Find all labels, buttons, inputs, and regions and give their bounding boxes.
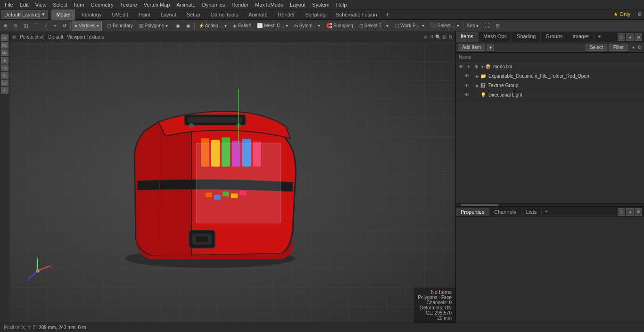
tab-mesh-ops[interactable]: Mesh Ops xyxy=(479,32,512,42)
snapping-btn[interactable]: 🧲 Snapping xyxy=(323,21,356,31)
tab-game-tools[interactable]: Game Tools xyxy=(206,9,244,20)
expand-texture-group[interactable]: ▶ xyxy=(476,83,480,88)
prop-collapse-btn[interactable]: ◂ xyxy=(626,208,634,216)
sidebar-tool-7[interactable]: F xyxy=(1,87,8,94)
nav-icon-2[interactable]: ↺ xyxy=(429,34,433,40)
eye2-modo-lxo[interactable]: + xyxy=(465,64,472,70)
snap-select-tool[interactable]: ⌂ xyxy=(42,21,50,31)
tab-scripting[interactable]: Scripting xyxy=(301,9,331,20)
box-select-tool[interactable]: ◫ xyxy=(21,21,31,31)
add-panel-tab-btn[interactable]: + xyxy=(595,32,604,42)
sidebar-tool-1[interactable]: Du xyxy=(1,42,8,49)
collapse-panel-btn[interactable]: ◂ xyxy=(632,44,635,50)
star-only-button[interactable]: ★ Only xyxy=(610,10,634,18)
menu-select[interactable]: Select xyxy=(50,1,70,8)
expand-folder[interactable]: ▶ xyxy=(476,74,480,79)
tab-images[interactable]: Images xyxy=(568,32,595,42)
sidebar-tool-6[interactable]: UV xyxy=(1,80,8,86)
expand-dir-light[interactable]: ▶ xyxy=(476,93,480,97)
eye-modo-lxo[interactable]: 👁 xyxy=(458,64,464,70)
eye3-modo-lxo[interactable]: ⊕ xyxy=(473,64,479,70)
viewport-menu-btn[interactable] xyxy=(12,35,16,39)
sidebar-tool-4[interactable]: Po xyxy=(1,65,8,71)
add-layout-tab-button[interactable]: + xyxy=(383,10,392,19)
tab-uvedit[interactable]: UVEdit xyxy=(107,9,133,20)
nav-icon-5[interactable]: ⚙ xyxy=(448,34,453,40)
menu-item[interactable]: Item xyxy=(71,1,87,8)
tab-schematic-fusion[interactable]: Schematic Fusion xyxy=(331,9,382,20)
menu-render[interactable]: Render xyxy=(229,1,251,8)
tab-paint[interactable]: Paint xyxy=(134,9,156,20)
nav-icon-1[interactable]: ⊕ xyxy=(424,34,428,40)
tab-channels[interactable]: Channels xyxy=(489,208,521,216)
sidebar-tool-0[interactable]: De xyxy=(1,34,8,41)
item-row-folder[interactable]: 👁 ▶ 📁 Expandable_Document_File_Folder_Re… xyxy=(456,72,644,81)
prop-settings-btn[interactable]: ⚙ xyxy=(635,208,642,216)
tab-shading[interactable]: Shading xyxy=(512,32,541,42)
menu-dynamics[interactable]: Dynamics xyxy=(199,1,228,8)
panel-collapse-btn[interactable]: ◂ xyxy=(626,33,634,41)
fullscreen-btn[interactable]: ⛶ xyxy=(482,21,492,31)
menu-edit[interactable]: Edit xyxy=(17,1,32,8)
eye-texture-group[interactable]: 👁 xyxy=(463,82,470,89)
eye-dir-light[interactable]: 👁 xyxy=(463,92,470,98)
menu-geometry[interactable]: Geometry xyxy=(88,1,116,8)
mesh-channels-btn[interactable]: ⬜ Mesh C... ▾ xyxy=(254,21,290,31)
sidebar-tool-2[interactable]: Me xyxy=(1,49,8,56)
panel-settings-btn[interactable]: ⚙ xyxy=(635,33,642,41)
vertices-dropdown-btn[interactable]: ● Vertices ▾ xyxy=(72,21,102,31)
menu-layout[interactable]: Layout xyxy=(287,1,308,8)
boundary-btn[interactable]: ⬡ Boundary xyxy=(104,21,136,31)
panel-expand-btn[interactable]: ⬡ xyxy=(618,33,625,41)
work-plane-btn[interactable]: ⬚ Work Pl... ▾ xyxy=(392,21,427,31)
falloff-btn[interactable]: ◈ Falloff xyxy=(230,21,254,31)
select-items-btn[interactable]: Select xyxy=(586,44,607,51)
viewport-canvas[interactable]: X Y Z No Items Polygons : Face Channels:… xyxy=(9,42,455,323)
lasso-tool[interactable]: ⌒ xyxy=(31,21,41,31)
tab-groups[interactable]: Groups xyxy=(541,32,568,42)
add-prop-tab-btn[interactable]: + xyxy=(542,207,551,217)
loop-tool[interactable]: ↺ xyxy=(60,21,69,31)
sidebar-tool-5[interactable]: C xyxy=(1,72,8,79)
menu-animate[interactable]: Animate xyxy=(173,1,198,8)
circle-tool[interactable]: ⊙ xyxy=(11,21,20,31)
item-row-dir-light[interactable]: 👁 ▶ 💡 Directional Light xyxy=(456,90,644,100)
item-row-texture-group[interactable]: 👁 ▶ 🖼 Texture Group xyxy=(456,81,644,90)
default-layouts-dropdown[interactable]: Default Layouts ▾ xyxy=(1,10,48,19)
item-row-modo-lxo[interactable]: 👁 + ⊕ ▼ 📦 modo.lxo xyxy=(456,62,644,72)
menu-vertex-map[interactable]: Vertex Map xyxy=(141,1,173,8)
kits-btn[interactable]: Kits ▾ xyxy=(464,21,481,31)
settings-panel-btn[interactable]: ⚙ xyxy=(637,44,642,50)
render-preview-btn[interactable]: ◉ xyxy=(183,21,193,31)
tab-render[interactable]: Render xyxy=(273,9,300,20)
menu-help[interactable]: Help xyxy=(333,1,350,8)
viewport[interactable]: Perspective Default Viewport Textures ⊕ … xyxy=(9,32,455,323)
symmetry-btn[interactable]: ⇆ Symm... ▾ xyxy=(291,21,323,31)
add-item-btn[interactable]: Add Item xyxy=(458,44,485,51)
items-list[interactable]: 👁 + ⊕ ▼ 📦 modo.lxo 👁 ▶ 📁 Expandable_Docu… xyxy=(456,62,644,203)
polygons-dropdown-btn[interactable]: ▨ Polygons ▾ xyxy=(136,21,171,31)
sidebar-tool-3[interactable]: E xyxy=(1,57,8,64)
selection-set-btn[interactable]: ⬛ Selecti... ▾ xyxy=(428,21,462,31)
menu-system[interactable]: System xyxy=(309,1,332,8)
menu-file[interactable]: File xyxy=(2,1,16,8)
filter-items-btn[interactable]: Filter xyxy=(609,44,628,51)
tab-layout[interactable]: Layout xyxy=(156,9,182,20)
layout-toggle-btn[interactable]: ⊟ xyxy=(493,21,502,31)
prop-expand-btn[interactable]: ⬡ xyxy=(618,208,625,216)
nav-icon-3[interactable]: 🔍 xyxy=(435,34,441,40)
tab-topology[interactable]: Topology xyxy=(76,9,107,20)
tab-animate[interactable]: Animate xyxy=(244,9,272,20)
select-type-btn[interactable]: ⊡ Select T... ▾ xyxy=(356,21,391,31)
tab-items[interactable]: Items xyxy=(456,32,479,42)
tab-setup[interactable]: Setup xyxy=(182,9,206,20)
nav-icon-4[interactable]: ⊞ xyxy=(443,34,446,40)
menu-texture[interactable]: Texture xyxy=(117,1,140,8)
add-item-dropdown[interactable]: ▾ xyxy=(487,44,494,51)
action-dropdown-btn[interactable]: ⚡ Action ... ▾ xyxy=(196,21,230,31)
material-btn[interactable]: ◉ xyxy=(173,21,183,31)
layout-settings-icon[interactable]: ⚙ xyxy=(636,10,643,18)
menu-view[interactable]: View xyxy=(33,1,50,8)
tab-properties[interactable]: Properties xyxy=(456,208,489,216)
tab-model[interactable]: Model xyxy=(51,9,75,20)
